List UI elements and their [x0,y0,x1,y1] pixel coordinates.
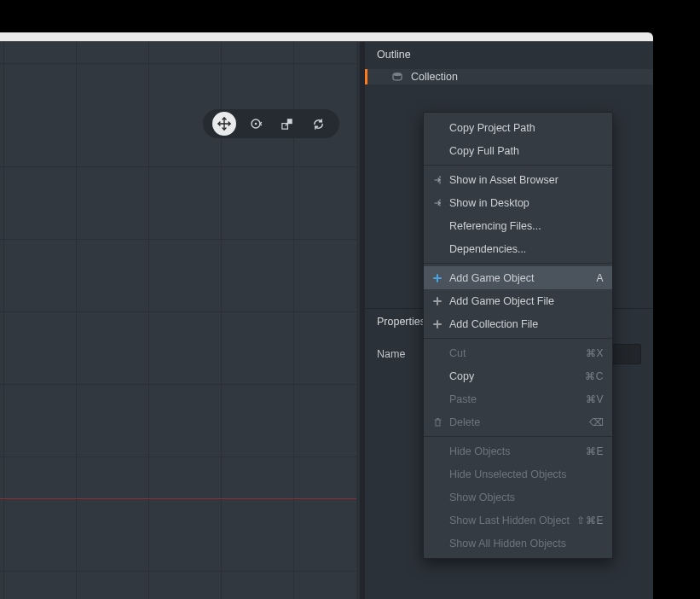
menu-cut: Cut ⌘X [424,341,612,364]
outline-item-label: Collection [411,71,458,83]
outline-tree[interactable]: Collection [365,69,653,84]
menu-copy-full-path[interactable]: Copy Full Path [424,139,612,162]
menu-label: Copy [449,370,578,382]
blank-icon [431,144,444,158]
axis-x [0,498,356,499]
blank-icon [431,445,444,458]
menu-add-collection-file[interactable]: Add Collection File [424,312,612,335]
blank-icon [431,242,444,256]
menu-label: Show Objects [449,491,604,503]
menu-show-objects: Show Objects [424,486,612,509]
menu-paste: Paste ⌘V [424,387,612,410]
menu-label: Cut [449,347,579,359]
menu-hide-objects: Hide Objects ⌘E [424,439,612,462]
menu-shortcut: ⌘E [586,445,604,457]
context-menu: Copy Project Path Copy Full Path Show in… [423,112,613,559]
svg-point-4 [393,73,402,76]
collection-icon [390,70,404,84]
blank-icon [431,468,444,481]
goto-icon [431,173,444,187]
menu-shortcut: ⌫ [589,416,605,428]
menu-separator [424,436,612,437]
menu-dependencies[interactable]: Dependencies... [424,237,612,260]
blank-icon [431,537,444,550]
blank-icon [431,491,444,504]
plus-icon [431,294,444,308]
menu-label: Delete [449,416,582,428]
trash-icon [431,416,444,429]
menu-label: Add Collection File [449,318,604,330]
menu-label: Show All Hidden Objects [449,538,604,550]
menu-label: Show in Desktop [449,197,604,209]
menu-label: Dependencies... [449,243,604,255]
menu-label: Copy Full Path [449,145,604,157]
rotate-tool-button[interactable] [244,112,268,136]
blank-icon [431,514,444,527]
goto-icon [431,196,444,210]
menu-shortcut: ⌘X [586,347,604,359]
menu-copy-project-path[interactable]: Copy Project Path [424,116,612,139]
scale-tool-button[interactable] [275,112,299,136]
menu-shortcut: ⌘C [585,370,604,382]
menu-copy[interactable]: Copy ⌘C [424,364,612,387]
property-label-name: Name [377,348,428,360]
menu-label: Hide Unselected Objects [449,468,604,480]
blank-icon [431,393,444,406]
blank-icon [431,369,444,383]
menu-label: Show Last Hidden Objects [449,515,570,526]
move-tool-button[interactable] [212,112,236,136]
window-titlebar [0,32,653,41]
menu-show-in-asset-browser[interactable]: Show in Asset Browser [424,168,612,191]
menu-label: Add Game Object File [449,295,604,307]
menu-label: Hide Objects [449,445,579,457]
outline-panel-title: Outline [365,42,653,67]
viewport-toolbar [203,109,339,138]
menu-show-all-hidden-objects: Show All Hidden Objects [424,532,612,555]
menu-hide-unselected-objects: Hide Unselected Objects [424,462,612,486]
menu-separator [424,263,612,264]
menu-shortcut: ⌘V [586,393,604,405]
blank-icon [431,219,444,233]
menu-label: Paste [449,393,579,405]
menu-add-game-object-file[interactable]: Add Game Object File [424,289,612,312]
refresh-tool-button[interactable] [307,112,331,136]
menu-show-in-desktop[interactable]: Show in Desktop [424,191,612,214]
menu-label: Show in Asset Browser [449,174,604,186]
menu-delete: Delete ⌫ [424,410,612,433]
menu-referencing-files[interactable]: Referencing Files... [424,214,612,237]
menu-label: Copy Project Path [449,122,604,134]
selection-indicator [365,69,367,84]
menu-separator [424,338,612,339]
menu-shortcut: A [596,272,604,284]
menu-label: Referencing Files... [449,220,604,232]
menu-shortcut: ⇧⌘E [576,515,604,526]
blank-icon [431,346,444,360]
outline-item-collection[interactable]: Collection [365,69,653,84]
scene-viewport[interactable] [0,42,356,599]
svg-point-1 [254,123,257,125]
menu-show-last-hidden-objects: Show Last Hidden Objects ⇧⌘E [424,509,612,532]
plus-icon [431,317,444,331]
menu-separator [424,165,612,166]
blank-icon [431,121,444,135]
menu-add-game-object[interactable]: Add Game Object A [424,266,612,289]
plus-icon [431,271,444,285]
menu-label: Add Game Object [449,272,589,284]
